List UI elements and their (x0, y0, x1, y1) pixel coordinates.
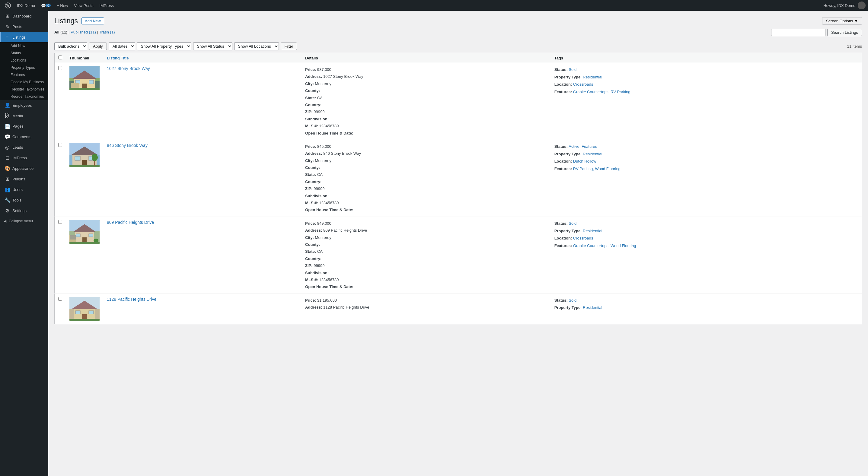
table-header-row: Thumbnail Listing Title Details Tags (55, 53, 862, 63)
sidebar-item-appearance[interactable]: 🎨 Appearance (0, 163, 48, 174)
listing-image-4 (69, 297, 100, 321)
apply-button[interactable]: Apply (89, 42, 107, 50)
collapse-menu-button[interactable]: ◀ Collapse menu (0, 216, 48, 226)
sidebar-item-register-taxonomies[interactable]: Register Taxonomies (0, 86, 48, 93)
sidebar-item-add-new[interactable]: Add New (0, 42, 48, 50)
row-checkbox-4[interactable] (58, 297, 62, 301)
admin-bar: W IDX Demo 💬 0 + New View Posts IMPress … (0, 0, 868, 11)
sidebar-item-property-types[interactable]: Property Types (0, 64, 48, 71)
wp-logo-button[interactable]: W (2, 0, 13, 11)
sidebar-label-tools: Tools (12, 198, 22, 202)
listing-image-1 (69, 66, 100, 90)
location-link-1[interactable]: Crossroads (573, 82, 593, 87)
sidebar-item-media[interactable]: 🖼 Media (0, 111, 48, 121)
property-type-link-4[interactable]: Residential (583, 305, 602, 310)
status-select[interactable]: Show All Status (193, 42, 232, 51)
new-content-button[interactable]: + New (54, 0, 70, 11)
sidebar-item-plugins[interactable]: ⊞ Plugins (0, 174, 48, 184)
row-check-4[interactable] (55, 293, 66, 324)
settings-icon: ⚙ (4, 208, 10, 214)
select-all-checkbox[interactable] (58, 56, 62, 59)
listing-link-3[interactable]: 809 Pacific Heights Drive (107, 220, 154, 225)
search-button[interactable]: Search Listings (827, 29, 862, 36)
table-row: 809 Pacific Heights Drive Price: 849,000… (55, 217, 862, 293)
sidebar-item-features[interactable]: Features (0, 71, 48, 78)
status-link-4[interactable]: Sold (568, 298, 577, 303)
dates-select[interactable]: All dates (108, 42, 135, 51)
location-link-3[interactable]: Crossroads (573, 236, 593, 241)
sidebar-item-status[interactable]: Status (0, 50, 48, 57)
location-link-2[interactable]: Dutch Hollow (573, 159, 596, 163)
listing-title-col-header[interactable]: Listing Title (103, 53, 302, 63)
row-checkbox-1[interactable] (58, 66, 62, 70)
property-type-link-1[interactable]: Residential (583, 75, 602, 80)
sidebar-item-comments[interactable]: 💬 Comments (0, 131, 48, 142)
sidebar-label-google-my-business: Google My Business (10, 80, 44, 84)
features-link-1[interactable]: Granite Countertops, RV Parking (573, 90, 630, 94)
leads-icon: ◎ (4, 145, 10, 150)
posts-icon: ✎ (4, 24, 10, 30)
sidebar-item-settings[interactable]: ⚙ Settings (0, 205, 48, 216)
sidebar-item-employees[interactable]: 👤 Employees (0, 100, 48, 111)
trash-filter-link[interactable]: Trash (1) (99, 30, 115, 34)
listing-title-sort-link[interactable]: Listing Title (107, 56, 129, 60)
listing-title-2[interactable]: 846 Stony Brook Way (103, 140, 302, 217)
sidebar-item-listings[interactable]: ≡ Listings (0, 32, 48, 42)
property-types-select[interactable]: Show All Property Types (137, 42, 191, 51)
site-name-label: IDX Demo (17, 3, 35, 8)
sidebar-label-dashboard: Dashboard (12, 14, 32, 19)
sidebar-label-appearance: Appearance (12, 166, 33, 171)
sidebar-item-reorder-taxonomies[interactable]: Reorder Taxonomies (0, 93, 48, 100)
listing-link-2[interactable]: 846 Stony Brook Way (107, 143, 148, 148)
row-checkbox-3[interactable] (58, 220, 62, 224)
tags-3: Status: Sold Property Type: Residential … (551, 217, 862, 293)
search-input[interactable] (771, 29, 826, 36)
filter-button[interactable]: Filter (281, 42, 297, 50)
features-link-3[interactable]: Granite Countertops, Wood Flooring (573, 244, 636, 248)
comments-button[interactable]: 💬 0 (39, 0, 53, 11)
status-link-1[interactable]: Sold (568, 67, 577, 72)
listing-title-4[interactable]: 1128 Pacific Heights Drive (103, 293, 302, 324)
thumbnail-4 (66, 293, 103, 324)
sidebar-item-posts[interactable]: ✎ Posts (0, 22, 48, 32)
sidebar-item-tools[interactable]: 🔧 Tools (0, 195, 48, 205)
svg-rect-31 (70, 235, 76, 240)
select-all-col[interactable] (55, 53, 66, 63)
row-check-3[interactable] (55, 217, 66, 293)
published-filter-link[interactable]: Published (11) (71, 30, 97, 34)
property-type-link-2[interactable]: Residential (583, 152, 602, 156)
all-filter-link[interactable]: All (11) (54, 30, 68, 34)
sidebar-label-reorder-taxonomies: Reorder Taxonomies (10, 94, 44, 99)
listing-link-4[interactable]: 1128 Pacific Heights Drive (107, 297, 156, 302)
thumbnail-col-header: Thumbnail (66, 53, 103, 63)
listing-title-3[interactable]: 809 Pacific Heights Drive (103, 217, 302, 293)
svg-rect-39 (75, 311, 80, 314)
status-link-2[interactable]: Active, Featured (568, 144, 597, 149)
sidebar-label-locations: Locations (10, 58, 26, 62)
sidebar-item-pages[interactable]: 📄 Pages (0, 121, 48, 131)
sidebar-item-users[interactable]: 👥 Users (0, 184, 48, 195)
sidebar-label-media: Media (12, 114, 23, 118)
status-link-3[interactable]: Sold (568, 221, 577, 226)
view-posts-button[interactable]: View Posts (71, 0, 96, 11)
sidebar-item-impress[interactable]: ⊡ IMPress (0, 153, 48, 163)
bulk-actions-select[interactable]: Bulk actions (54, 42, 87, 51)
property-type-link-3[interactable]: Residential (583, 229, 602, 233)
sidebar-item-dashboard[interactable]: ⊞ Dashboard (0, 11, 48, 22)
row-check-1[interactable] (55, 63, 66, 140)
row-check-2[interactable] (55, 140, 66, 217)
add-new-button[interactable]: Add New (82, 18, 104, 25)
features-link-2[interactable]: RV Parking, Wood Flooring (573, 166, 621, 171)
details-2: Price: 845,000 Address: 846 Stony Brook … (302, 140, 551, 217)
locations-select[interactable]: Show All Locations (234, 42, 279, 51)
sidebar-item-locations[interactable]: Locations (0, 57, 48, 64)
impress-button[interactable]: IMPress (97, 0, 116, 11)
svg-rect-11 (69, 88, 100, 90)
sidebar-item-leads[interactable]: ◎ Leads (0, 142, 48, 153)
row-checkbox-2[interactable] (58, 143, 62, 147)
listing-title-1[interactable]: 1027 Stony Brook Way (103, 63, 302, 140)
listing-link-1[interactable]: 1027 Stony Brook Way (107, 66, 150, 71)
site-name-button[interactable]: IDX Demo (14, 0, 37, 11)
screen-options-button[interactable]: Screen Options ▼ (822, 17, 862, 25)
sidebar-item-google-my-business[interactable]: Google My Business (0, 78, 48, 86)
